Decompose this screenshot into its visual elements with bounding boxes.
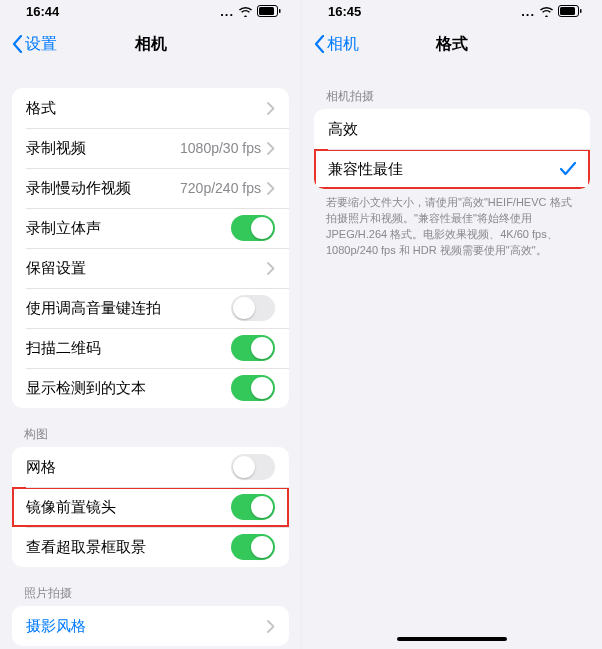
row-label: 保留设置 <box>26 259 267 278</box>
row-value: 720p/240 fps <box>180 180 261 196</box>
cellular-icon <box>521 4 535 19</box>
footer-formats: 若要缩小文件大小，请使用"高效"HEIF/HEVC 格式拍摄照片和视频。"兼容性… <box>326 195 578 259</box>
chevron-right-icon <box>267 262 275 275</box>
group-photo: 摄影风格 <box>12 606 289 646</box>
back-button[interactable]: 设置 <box>8 30 61 59</box>
chevron-right-icon <box>267 620 275 633</box>
group-composition: 网格镜像前置镜头查看超取景框取景 <box>12 447 289 567</box>
row-label: 扫描二维码 <box>26 339 231 358</box>
photo-row[interactable]: 摄影风格 <box>12 606 289 646</box>
capture-row[interactable]: 录制视频1080p/30 fps <box>12 128 289 168</box>
formats-screen: 16:45 相机 格式 相机拍摄 高效兼容性最佳 若要缩小文件大小，请使用"高效… <box>301 0 602 649</box>
nav-title: 相机 <box>135 34 167 55</box>
toggle-switch[interactable] <box>231 335 275 361</box>
toggle-switch[interactable] <box>231 454 275 480</box>
formats-row[interactable]: 高效 <box>314 109 590 149</box>
check-icon <box>560 162 576 176</box>
group-formats: 高效兼容性最佳 <box>314 109 590 189</box>
capture-row[interactable]: 保留设置 <box>12 248 289 288</box>
battery-icon <box>558 5 582 17</box>
section-capture: 相机拍摄 <box>326 88 590 105</box>
toggle-switch[interactable] <box>231 534 275 560</box>
chevron-left-icon <box>12 35 23 53</box>
back-button[interactable]: 相机 <box>310 30 363 59</box>
row-label: 兼容性最佳 <box>328 160 560 179</box>
row-value: 1080p/30 fps <box>180 140 261 156</box>
group-capture: 格式录制视频1080p/30 fps录制慢动作视频720p/240 fps录制立… <box>12 88 289 408</box>
toggle-switch[interactable] <box>231 295 275 321</box>
row-label: 摄影风格 <box>26 617 267 636</box>
chevron-right-icon <box>267 142 275 155</box>
toggle-switch[interactable] <box>231 215 275 241</box>
nav-bar: 设置 相机 <box>0 22 301 66</box>
capture-row[interactable]: 扫描二维码 <box>12 328 289 368</box>
row-label: 显示检测到的文本 <box>26 379 231 398</box>
row-label: 录制慢动作视频 <box>26 179 180 198</box>
home-indicator[interactable] <box>397 637 507 641</box>
status-time: 16:45 <box>328 4 361 19</box>
toggle-switch[interactable] <box>231 494 275 520</box>
status-time: 16:44 <box>26 4 59 19</box>
toggle-switch[interactable] <box>231 375 275 401</box>
back-label: 相机 <box>327 34 359 55</box>
chevron-right-icon <box>267 102 275 115</box>
row-label: 格式 <box>26 99 267 118</box>
scroll-area[interactable]: 相机拍摄 高效兼容性最佳 若要缩小文件大小，请使用"高效"HEIF/HEVC 格… <box>302 66 602 649</box>
formats-row[interactable]: 兼容性最佳 <box>314 149 590 189</box>
chevron-left-icon <box>314 35 325 53</box>
row-label: 镜像前置镜头 <box>26 498 231 517</box>
nav-title: 格式 <box>436 34 468 55</box>
svg-rect-1 <box>259 7 274 15</box>
scroll-area[interactable]: 格式录制视频1080p/30 fps录制慢动作视频720p/240 fps录制立… <box>0 66 301 649</box>
row-label: 录制视频 <box>26 139 180 158</box>
wifi-icon <box>539 6 554 17</box>
composition-row[interactable]: 查看超取景框取景 <box>12 527 289 567</box>
nav-bar: 相机 格式 <box>302 22 602 66</box>
capture-row[interactable]: 录制慢动作视频720p/240 fps <box>12 168 289 208</box>
status-bar: 16:44 <box>0 0 301 22</box>
section-composition: 构图 <box>24 426 289 443</box>
battery-icon <box>257 5 281 17</box>
row-label: 查看超取景框取景 <box>26 538 231 557</box>
back-label: 设置 <box>25 34 57 55</box>
capture-row[interactable]: 显示检测到的文本 <box>12 368 289 408</box>
capture-row[interactable]: 录制立体声 <box>12 208 289 248</box>
row-label: 使用调高音量键连拍 <box>26 299 231 318</box>
status-bar: 16:45 <box>302 0 602 22</box>
section-photo: 照片拍摄 <box>24 585 289 602</box>
chevron-right-icon <box>267 182 275 195</box>
cellular-icon <box>220 4 234 19</box>
status-right <box>220 4 281 19</box>
composition-row[interactable]: 网格 <box>12 447 289 487</box>
row-label: 录制立体声 <box>26 219 231 238</box>
camera-settings-screen: 16:44 设置 相机 格式录制视频1080p/30 fps录制慢动作视频720… <box>0 0 301 649</box>
row-label: 网格 <box>26 458 231 477</box>
composition-row[interactable]: 镜像前置镜头 <box>12 487 289 527</box>
status-right <box>521 4 582 19</box>
svg-rect-4 <box>560 7 575 15</box>
svg-rect-5 <box>580 9 582 13</box>
capture-row[interactable]: 使用调高音量键连拍 <box>12 288 289 328</box>
row-label: 高效 <box>328 120 576 139</box>
wifi-icon <box>238 6 253 17</box>
capture-row[interactable]: 格式 <box>12 88 289 128</box>
svg-rect-2 <box>279 9 281 13</box>
